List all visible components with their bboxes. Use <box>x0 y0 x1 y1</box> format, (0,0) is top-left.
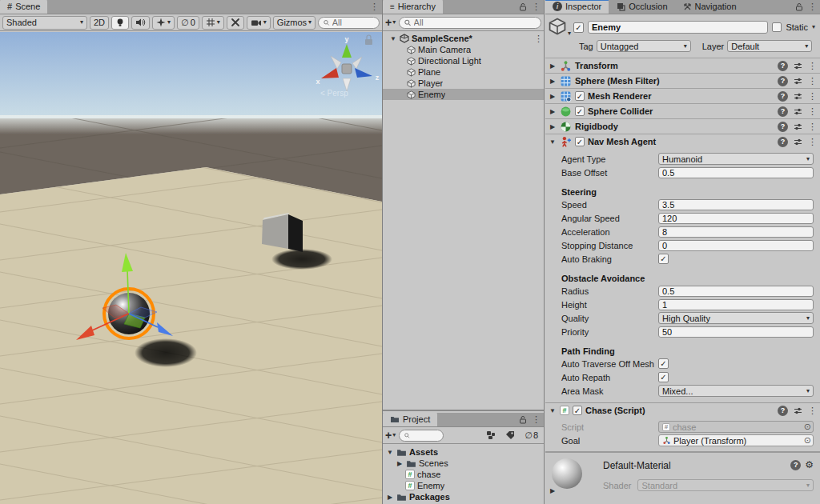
lock-icon[interactable] <box>519 2 527 11</box>
component-kebab-icon[interactable]: ⋮ <box>808 137 816 147</box>
chase-enabled-checkbox[interactable]: ✓ <box>573 406 582 415</box>
help-icon[interactable]: ? <box>790 460 801 470</box>
component-nav-mesh-agent[interactable]: ▼ ✓ Nav Mesh Agent ? ⋮ <box>545 134 820 149</box>
radius-field[interactable] <box>658 286 814 297</box>
help-icon[interactable]: ? <box>778 61 788 71</box>
component-transform[interactable]: ▶ Transform ? ⋮ <box>545 58 820 73</box>
hierarchy-search-input[interactable] <box>414 18 536 27</box>
auto-traverse-checkbox[interactable]: ✓ <box>658 358 669 369</box>
project-menu-kebab-icon[interactable]: ⋮ <box>532 414 540 425</box>
material-foldout[interactable]: ▶ <box>549 487 557 494</box>
active-checkbox[interactable]: ✓ <box>573 22 584 33</box>
base-offset-field[interactable] <box>658 167 814 178</box>
gizmo-center-cube[interactable] <box>342 64 352 74</box>
gear-icon[interactable]: ⚙ <box>805 459 814 470</box>
presets-icon[interactable] <box>793 122 803 132</box>
scene-camera-dropdown[interactable]: ▾ <box>247 16 271 30</box>
search-by-type-button[interactable] <box>483 429 499 442</box>
area-mask-dropdown[interactable]: Mixed...▾ <box>658 385 814 397</box>
lock-icon[interactable] <box>795 2 803 11</box>
search-by-label-button[interactable] <box>502 429 518 442</box>
static-checkbox[interactable] <box>772 22 782 32</box>
presets-icon[interactable] <box>793 406 803 416</box>
component-kebab-icon[interactable]: ⋮ <box>808 76 816 86</box>
presets-icon[interactable] <box>793 76 803 86</box>
static-dropdown-arrow[interactable]: ▾ <box>812 24 815 30</box>
help-icon[interactable]: ? <box>778 137 788 147</box>
inspector-menu-kebab-icon[interactable]: ⋮ <box>808 2 816 12</box>
scene-grid-dropdown[interactable]: ▾ <box>202 16 224 30</box>
nav-mesh-agent-enabled-checkbox[interactable]: ✓ <box>575 137 585 146</box>
sphere-collider-enabled-checkbox[interactable]: ✓ <box>575 106 585 116</box>
shading-mode-dropdown[interactable]: Shaded ▾ <box>2 16 87 30</box>
stopping-distance-field[interactable] <box>658 240 814 251</box>
component-kebab-icon[interactable]: ⋮ <box>808 61 816 71</box>
hierarchy-search[interactable] <box>399 17 541 29</box>
project-visibility-button[interactable]: ∅ 8 <box>521 429 541 442</box>
help-icon[interactable]: ? <box>778 106 788 117</box>
hierarchy-row-directional-light[interactable]: Directional Light <box>383 55 544 66</box>
tab-inspector[interactable]: i Inspector <box>545 0 609 14</box>
project-search[interactable] <box>399 430 444 442</box>
gameobject-icon[interactable]: ▾ <box>549 18 569 37</box>
priority-field[interactable] <box>658 326 814 338</box>
object-picker-icon[interactable]: ⊙ <box>804 422 811 432</box>
component-kebab-icon[interactable]: ⋮ <box>808 406 816 416</box>
project-row-scenes[interactable]: ▶ Scenes <box>383 458 544 469</box>
scene-viewport[interactable]: y x z < Persp <box>0 32 382 504</box>
acceleration-field[interactable] <box>658 226 814 238</box>
auto-repath-checkbox[interactable]: ✓ <box>658 372 669 382</box>
hierarchy-row-scene[interactable]: ▼ SampleScene* ⋮ <box>383 33 544 44</box>
presets-icon[interactable] <box>793 61 803 71</box>
component-mesh-filter[interactable]: ▶ Sphere (Mesh Filter) ? ⋮ <box>545 73 820 88</box>
scene-menu-kebab-icon[interactable]: ⋮ <box>370 2 378 12</box>
height-field[interactable] <box>658 299 814 310</box>
presets-icon[interactable] <box>793 106 803 117</box>
lock-icon[interactable] <box>519 415 527 424</box>
scene-tools-button[interactable] <box>227 16 244 30</box>
help-icon[interactable]: ? <box>778 76 788 86</box>
auto-braking-checkbox[interactable]: ✓ <box>658 254 669 264</box>
presets-icon[interactable] <box>793 137 803 147</box>
hierarchy-row-enemy[interactable]: Enemy <box>383 89 544 100</box>
scene-audio-button[interactable] <box>131 16 150 30</box>
perspective-label[interactable]: < Persp <box>320 89 348 98</box>
help-icon[interactable]: ? <box>778 122 788 132</box>
tab-hierarchy[interactable]: ≡ Hierarchy <box>383 0 443 14</box>
scene-row-kebab-icon[interactable]: ⋮ <box>534 34 542 44</box>
component-kebab-icon[interactable]: ⋮ <box>808 122 816 132</box>
tab-scene[interactable]: # Scene <box>0 0 47 14</box>
project-row-chase-script[interactable]: # chase <box>383 469 544 480</box>
project-row-enemy-script[interactable]: # Enemy <box>383 480 544 491</box>
mesh-renderer-enabled-checkbox[interactable]: ✓ <box>575 91 585 101</box>
component-mesh-renderer[interactable]: ▶ ✓ Mesh Renderer ? ⋮ <box>545 88 820 103</box>
material-preview-sphere[interactable] <box>552 458 582 489</box>
agent-type-dropdown[interactable]: Humanoid▾ <box>658 153 814 165</box>
tag-dropdown[interactable]: Untagged ▾ <box>597 40 691 52</box>
hierarchy-row-player[interactable]: Player <box>383 78 544 89</box>
layer-dropdown[interactable]: Default ▾ <box>727 40 812 52</box>
hierarchy-row-plane[interactable]: Plane <box>383 66 544 78</box>
quality-dropdown[interactable]: High Quality▾ <box>658 312 814 324</box>
shader-dropdown[interactable]: Standard ▾ <box>637 479 814 491</box>
scene-visibility-button[interactable]: ∅ 0 <box>177 16 199 30</box>
component-sphere-collider[interactable]: ▶ ✓ Sphere Collider ? ⋮ <box>545 103 820 118</box>
component-kebab-icon[interactable]: ⋮ <box>808 106 816 117</box>
project-row-packages[interactable]: ▶ Packages <box>383 491 544 502</box>
goal-reference-field[interactable]: Player (Transform) ⊙ <box>658 434 814 446</box>
create-asset-dropdown[interactable]: + ▾ <box>385 430 396 441</box>
tab-occlusion[interactable]: Occlusion <box>609 0 674 14</box>
component-chase-script[interactable]: ▼ # ✓ Chase (Script) ? ⋮ <box>545 402 820 418</box>
presets-icon[interactable] <box>793 91 803 102</box>
toggle-2d-button[interactable]: 2D <box>90 16 109 30</box>
hierarchy-menu-kebab-icon[interactable]: ⋮ <box>532 2 540 12</box>
component-rigidbody[interactable]: ▶ Rigidbody ? ⋮ <box>545 118 820 134</box>
hierarchy-row-main-camera[interactable]: Main Camera <box>383 44 544 55</box>
tab-project[interactable]: Project <box>383 412 437 426</box>
scene-lighting-button[interactable] <box>111 16 129 30</box>
project-row-assets[interactable]: ▼ Assets <box>383 446 544 458</box>
create-object-dropdown[interactable]: + ▾ <box>385 17 396 28</box>
gameobject-name-field[interactable] <box>588 21 768 34</box>
component-kebab-icon[interactable]: ⋮ <box>808 91 816 102</box>
object-picker-icon[interactable]: ⊙ <box>804 435 811 446</box>
